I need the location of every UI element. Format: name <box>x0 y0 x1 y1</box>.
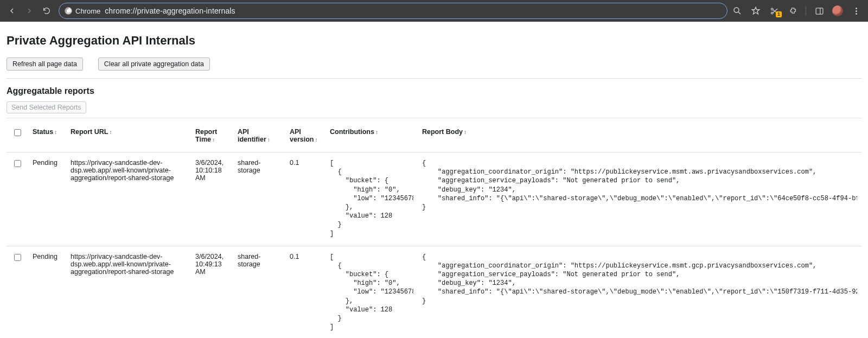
page-title: Private Aggregation API Internals <box>7 34 861 48</box>
site-chip: Chrome <box>65 7 100 15</box>
body-pre: { "aggregation_coordinator_origin": "htt… <box>422 253 857 305</box>
cell-status: Pending <box>28 152 66 246</box>
profile-avatar[interactable] <box>832 5 843 16</box>
section-title: Aggregatable reports <box>7 86 861 96</box>
cell-contributions: [ { "bucket": { "high": "0", "low": "123… <box>326 246 418 338</box>
header-report-url[interactable]: Report URL↕ <box>66 118 191 152</box>
cell-report-time: 3/6/2024, 10:49:13 AM <box>191 246 233 338</box>
reports-table-wrap: Status↕ Report URL↕ Report Time↕ API ide… <box>7 118 861 338</box>
toolbar-separator <box>806 6 806 16</box>
row-checkbox[interactable] <box>14 160 21 167</box>
cell-report-url: https://privacy-sandcastle-dev-dsp.web.a… <box>66 152 191 246</box>
table-header-row: Status↕ Report URL↕ Report Time↕ API ide… <box>7 118 861 152</box>
forward-button[interactable] <box>22 3 37 18</box>
body-pre: { "aggregation_coordinator_origin": "htt… <box>422 159 857 212</box>
svg-rect-3 <box>816 8 823 14</box>
toolbar-right: 1 <box>732 5 864 16</box>
contributions-pre: [ { "bucket": { "high": "0", "low": "123… <box>330 159 413 238</box>
refresh-button[interactable]: Refresh all page data <box>7 58 83 71</box>
table-row: Pendinghttps://privacy-sandcastle-dev-ds… <box>7 152 861 246</box>
clear-button[interactable]: Clear all private aggregation data <box>98 58 210 71</box>
cell-api-version: 0.1 <box>285 246 326 338</box>
extension-badge: 1 <box>776 11 782 17</box>
page-content: Private Aggregation API Internals Refres… <box>0 22 868 338</box>
back-button[interactable] <box>4 3 20 18</box>
chrome-icon <box>65 7 72 15</box>
cell-report-body: { "aggregation_coordinator_origin": "htt… <box>418 246 861 338</box>
cell-report-body: { "aggregation_coordinator_origin": "htt… <box>418 152 861 246</box>
reload-button[interactable] <box>39 3 54 18</box>
browser-toolbar: Chrome chrome://private-aggregation-inte… <box>0 0 868 22</box>
site-chip-label: Chrome <box>75 7 100 15</box>
divider <box>7 78 861 79</box>
row-checkbox-cell <box>7 246 28 338</box>
cell-api-identifier: shared-storage <box>233 246 285 338</box>
extension-scissors-icon[interactable]: 1 <box>769 5 780 16</box>
header-api-identifier[interactable]: API identifier↕ <box>233 118 285 152</box>
cell-api-version: 0.1 <box>285 152 326 246</box>
svg-point-0 <box>734 8 739 12</box>
cell-status: Pending <box>28 246 66 338</box>
row-checkbox[interactable] <box>14 254 21 261</box>
url-text: chrome://private-aggregation-internals <box>105 7 235 15</box>
extensions-icon[interactable] <box>787 5 798 16</box>
contributions-pre: [ { "bucket": { "high": "0", "low": "123… <box>330 253 413 332</box>
zoom-icon[interactable] <box>732 5 743 16</box>
kebab-icon <box>856 8 857 15</box>
row-checkbox-cell <box>7 152 28 246</box>
cell-api-identifier: shared-storage <box>233 152 285 246</box>
side-panel-icon[interactable] <box>814 5 825 16</box>
cell-report-time: 3/6/2024, 10:10:18 AM <box>191 152 233 246</box>
nav-arrows <box>4 3 54 18</box>
header-contributions[interactable]: Contributions↕ <box>326 118 418 152</box>
header-api-version[interactable]: API version↕ <box>285 118 326 152</box>
send-selected-button[interactable]: Send Selected Reports <box>7 101 86 113</box>
cell-report-url: https://privacy-sandcastle-dev-dsp.web.a… <box>66 246 191 338</box>
table-row: Pendinghttps://privacy-sandcastle-dev-ds… <box>7 246 861 338</box>
menu-button[interactable] <box>851 5 861 16</box>
cell-contributions: [ { "bucket": { "high": "0", "low": "123… <box>326 152 418 246</box>
header-checkbox[interactable] <box>7 118 28 152</box>
select-all-checkbox[interactable] <box>14 129 21 136</box>
address-bar[interactable]: Chrome chrome://private-aggregation-inte… <box>59 3 727 19</box>
header-status[interactable]: Status↕ <box>28 118 66 152</box>
reports-table: Status↕ Report URL↕ Report Time↕ API ide… <box>7 118 861 338</box>
action-button-row: Refresh all page data Clear all private … <box>7 58 861 71</box>
header-report-time[interactable]: Report Time↕ <box>191 118 233 152</box>
bookmark-icon[interactable] <box>750 5 761 16</box>
header-report-body[interactable]: Report Body↕ <box>418 118 861 152</box>
